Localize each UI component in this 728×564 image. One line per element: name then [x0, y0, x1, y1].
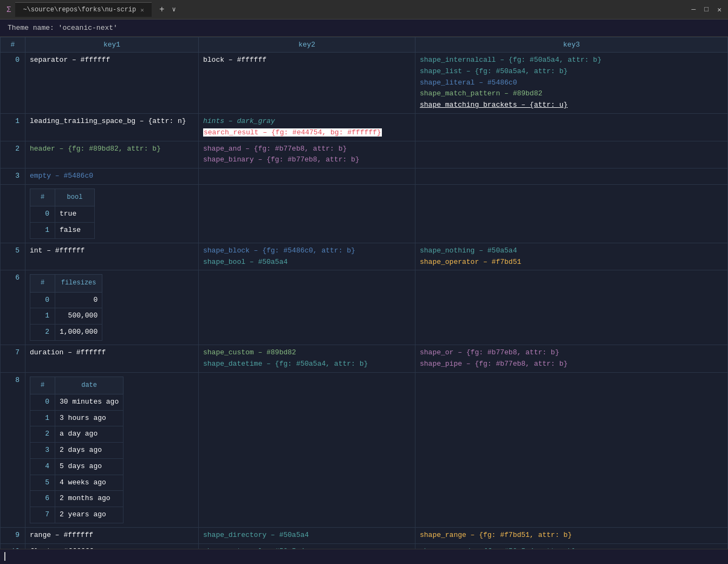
- row-key1: header – {fg: #89bd82, attr: b}: [25, 141, 199, 168]
- key2-line: shape_datetime – {fg: #50a5a4, attr: b}: [203, 359, 411, 370]
- key3-line: shape_operator – #f7bd51: [420, 257, 723, 268]
- window-controls: — □ ✕: [692, 5, 722, 14]
- row-key1: int – #ffffff: [25, 243, 199, 270]
- theme-name-text: Theme name: 'oceanic-next': [8, 24, 118, 32]
- row-key3: [415, 270, 728, 345]
- mini-row-val: 30 minutes ago: [55, 394, 123, 410]
- row-index: 6: [1, 270, 25, 345]
- mini-table-row: 0 true: [30, 206, 95, 223]
- mini-row-val: 2 months ago: [55, 491, 123, 507]
- row-key2: [199, 168, 415, 185]
- row-key2: hints – dark_gray search_result – {fg: #…: [199, 113, 415, 141]
- row-key2: [199, 270, 415, 345]
- row-key3: shape_range – {fg: #f7bd51, attr: b}: [415, 528, 728, 544]
- mini-table-row: 3 2 days ago: [30, 443, 123, 459]
- mini-table-row: 5 4 weeks ago: [30, 475, 123, 491]
- row-index: 8: [1, 372, 25, 528]
- mini-row-index: 7: [30, 507, 55, 523]
- mini-row-index: 0: [30, 394, 55, 410]
- hints-text: hints – dark_gray: [203, 116, 411, 127]
- date-mini-table: # date 0 30 minutes ago 1 3 hours: [30, 377, 123, 524]
- active-tab[interactable]: ~\source\repos\forks\nu-scrip ✕: [15, 2, 151, 17]
- mini-row-index: 0: [30, 292, 55, 308]
- mini-row-val: a day ago: [55, 426, 123, 443]
- close-button[interactable]: ✕: [717, 5, 722, 14]
- row-key3: [415, 184, 728, 243]
- mini-row-index: 3: [30, 443, 55, 459]
- theme-bar: Theme name: 'oceanic-next': [0, 20, 728, 37]
- row-key3: [415, 141, 728, 168]
- table-row: 1 leading_trailing_space_bg – {attr: n} …: [1, 113, 728, 141]
- key3-line: shape_internalcall – {fg: #50a5a4, attr:…: [420, 55, 723, 66]
- close-tab-button[interactable]: ✕: [140, 7, 144, 14]
- minimize-button[interactable]: —: [692, 5, 696, 14]
- row-key1-bool: # bool 0 true 1 false: [25, 184, 199, 243]
- row-key3: shape_or – {fg: #b77eb8, attr: b} shape_…: [415, 345, 728, 372]
- row-key2: shape_custom – #89bd82 shape_datetime – …: [199, 345, 415, 372]
- mini-row-val: 2 days ago: [55, 443, 123, 459]
- table-header-row: # key1 key2 key3: [1, 37, 728, 53]
- mini-row-index: 1: [30, 222, 55, 238]
- new-tab-button[interactable]: +: [156, 5, 168, 15]
- search-result-text: search_result – {fg: #e44754, bg: #fffff…: [203, 127, 411, 139]
- bool-mini-table: # bool 0 true 1 false: [30, 189, 95, 239]
- table-row: 9 range – #ffffff shape_directory – #50a…: [1, 528, 728, 544]
- table-row: 0 separator – #ffffff block – #ffffff sh…: [1, 53, 728, 114]
- mini-table-row: 1 500,000: [30, 308, 102, 325]
- mini-row-index: 0: [30, 206, 55, 223]
- key3-line: shape_match_pattern – #89bd82: [420, 88, 723, 100]
- row-key2: [199, 372, 415, 528]
- row-key1: duration – #ffffff: [25, 345, 199, 372]
- table-row: 3 empty – #5486c0: [1, 168, 728, 185]
- mini-row-index: 2: [30, 426, 55, 443]
- mini-row-val: 2 years ago: [55, 507, 123, 523]
- mini-table-row: 2 1,000,000: [30, 325, 102, 341]
- filesizes-mini-table: # filesizes 0 0 1 500,000: [30, 274, 102, 341]
- row-index: 3: [1, 168, 25, 185]
- mini-table-row: 0 30 minutes ago: [30, 394, 123, 410]
- row-key3: [415, 372, 728, 528]
- mini-row-val: 3 hours ago: [55, 410, 123, 426]
- tab-dropdown-button[interactable]: ∨: [172, 5, 176, 14]
- mini-col-hash: #: [30, 275, 55, 292]
- table-row: 7 duration – #ffffff shape_custom – #89b…: [1, 345, 728, 372]
- terminal-icon: Σ: [6, 5, 11, 14]
- main-content: # key1 key2 key3 0 separator – #ffffff b…: [0, 37, 728, 549]
- row-key2: block – #ffffff: [199, 53, 415, 114]
- key2-line: shape_bool – #50a5a4: [203, 257, 411, 268]
- row-index: 5: [1, 243, 25, 270]
- row-key1: empty – #5486c0: [25, 168, 199, 185]
- row-key3: [415, 168, 728, 185]
- mini-row-index: 4: [30, 458, 55, 475]
- col-header-hash: #: [1, 37, 25, 53]
- row-index: 2: [1, 141, 25, 168]
- row-index: 1: [1, 113, 25, 141]
- row-key2: shape_directory – #50a5a4: [199, 528, 415, 544]
- mini-row-index: 5: [30, 475, 55, 491]
- mini-table-row: 4 5 days ago: [30, 458, 123, 475]
- mini-col-hash: #: [30, 377, 55, 394]
- key2-line: shape_block – {fg: #5486c0, attr: b}: [203, 245, 411, 257]
- row-index: 10: [1, 543, 25, 549]
- col-header-key3: key3: [415, 37, 728, 53]
- mini-table-row: 1 3 hours ago: [30, 410, 123, 426]
- row-index: [1, 184, 25, 243]
- row-key3: shape_nothing – #50a5a4 shape_operator –…: [415, 243, 728, 270]
- mini-row-val: true: [55, 206, 95, 223]
- row-key1-filesizes: # filesizes 0 0 1 500,000: [25, 270, 199, 345]
- restore-button[interactable]: □: [704, 5, 708, 14]
- mini-table-row: 6 2 months ago: [30, 491, 123, 507]
- row-key1: leading_trailing_space_bg – {attr: n}: [25, 113, 199, 141]
- mini-row-index: 1: [30, 308, 55, 325]
- key2-line: shape_binary – {fg: #b77eb8, attr: b}: [203, 154, 411, 166]
- cursor-indicator: [4, 552, 5, 561]
- key2-line: shape_and – {fg: #b77eb8, attr: b}: [203, 144, 411, 155]
- mini-row-val: 5 days ago: [55, 458, 123, 475]
- mini-row-index: 1: [30, 410, 55, 426]
- row-key3: shape_record – {fg: #50a5a4, attr: b}: [415, 543, 728, 549]
- row-key2: shape_block – {fg: #5486c0, attr: b} sha…: [199, 243, 415, 270]
- row-index: 0: [1, 53, 25, 114]
- table-row: 5 int – #ffffff shape_block – {fg: #5486…: [1, 243, 728, 270]
- key3-line: shape_nothing – #50a5a4: [420, 245, 723, 257]
- mini-row-val: 4 weeks ago: [55, 475, 123, 491]
